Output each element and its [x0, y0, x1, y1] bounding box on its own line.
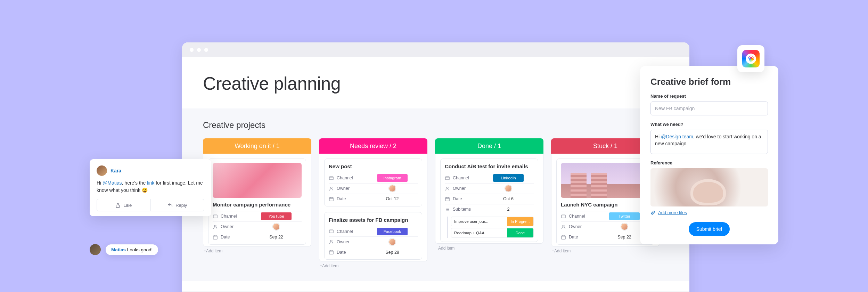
subitem-label: Roadmap + Q&A	[451, 231, 507, 235]
channel-chip[interactable]: Facebook	[377, 228, 408, 235]
add-item-button[interactable]: +Add item	[551, 246, 660, 254]
row-label: Owner	[569, 224, 582, 229]
card-row: Owner	[445, 183, 534, 194]
svg-rect-7	[329, 177, 333, 180]
column-header[interactable]: Working on it / 1	[203, 138, 311, 154]
card-row: DateSep 22	[213, 232, 302, 242]
subitem[interactable]: Roadmap + Q&ADone	[451, 228, 534, 238]
column-body: Monitor campaign performanceChannelYouTu…	[203, 154, 311, 246]
kanban-card[interactable]: Finalize assets for FB campaignChannelFa…	[324, 212, 422, 260]
card-row: ChannelLinkedIn	[445, 173, 534, 183]
svg-rect-17	[329, 251, 333, 254]
add-item-button[interactable]: +Add item	[435, 244, 543, 251]
subitem[interactable]: Improve user jour...In Progre...	[451, 217, 534, 226]
column-header[interactable]: Needs review / 2	[319, 138, 427, 154]
reference-image	[650, 168, 768, 206]
column-header[interactable]: Done / 1	[435, 138, 543, 154]
comment-link[interactable]: link	[147, 180, 154, 186]
avatar[interactable]	[505, 185, 512, 192]
card-row: Owner	[329, 236, 418, 247]
avatar	[90, 244, 101, 255]
kanban-card[interactable]: Launch NYC campaignChannelTwitterOwnerDa…	[556, 159, 654, 245]
browser-titlebar	[182, 42, 689, 57]
channel-chip[interactable]: Twitter	[609, 212, 640, 220]
card-row: ChannelTwitter	[561, 211, 650, 221]
card-row: ChannelYouTube	[213, 211, 302, 221]
reply-author[interactable]: Matias	[111, 247, 126, 252]
status-chip[interactable]: In Progre...	[507, 217, 533, 226]
avatar[interactable]	[621, 223, 628, 230]
channel-chip[interactable]: Instagram	[377, 174, 408, 182]
window-dot	[190, 48, 194, 52]
comment-author[interactable]: Kara	[110, 168, 121, 173]
section-heading: Creative projects	[203, 120, 669, 130]
card-row: Owner	[329, 183, 418, 194]
kanban-card[interactable]: Conduct A/B test for invite emailsChanne…	[440, 159, 538, 242]
like-button[interactable]: Like	[97, 199, 151, 211]
svg-rect-3	[213, 236, 217, 239]
avatar[interactable]	[389, 238, 396, 245]
channel-chip[interactable]: LinkedIn	[493, 174, 524, 182]
field-label: Reference	[650, 160, 768, 165]
add-files-link[interactable]: Add more files	[650, 210, 768, 215]
row-label: Date	[337, 196, 346, 201]
channel-icon	[445, 176, 450, 181]
row-label: Owner	[221, 224, 234, 229]
mention[interactable]: @Design team	[661, 134, 693, 139]
name-input[interactable]: New FB campaign	[650, 102, 768, 115]
thumbs-up-icon	[115, 203, 121, 208]
comment-card: Kara Hi @Matias, here's the link for fir…	[90, 159, 211, 216]
kanban-card[interactable]: Monitor campaign performanceChannelYouTu…	[208, 159, 306, 245]
channel-icon	[329, 229, 334, 234]
field-label: What we need?	[650, 122, 768, 127]
card-title: Finalize assets for FB campaign	[329, 217, 418, 224]
card-title: New post	[329, 163, 418, 170]
calendar-icon	[445, 196, 450, 202]
comment-body: Hi @Matias, here's the link for first im…	[97, 179, 204, 194]
channel-icon	[561, 214, 566, 219]
svg-rect-14	[329, 230, 333, 233]
row-label: Subitems	[453, 207, 471, 212]
submit-button[interactable]: Submit brief	[689, 222, 730, 236]
add-item-button[interactable]: +Add item	[203, 246, 311, 254]
card-title: Monitor campaign performance	[213, 201, 302, 208]
card-row: Subitems2	[445, 204, 534, 214]
card-row: Owner	[213, 221, 302, 232]
brief-form: Creative brief form Name of request New …	[640, 66, 778, 244]
card-row: ChannelFacebook	[329, 226, 418, 236]
reply-icon	[167, 203, 173, 208]
svg-rect-10	[329, 197, 333, 201]
channel-chip[interactable]: YouTube	[261, 212, 292, 220]
kanban-card[interactable]: New postChannelInstagramOwnerDateOct 12	[324, 159, 422, 206]
row-value: Oct 6	[503, 196, 514, 201]
row-label: Owner	[337, 240, 350, 244]
svg-rect-34	[562, 215, 565, 218]
card-title: Launch NYC campaign	[561, 201, 650, 208]
browser-window: Creative planning Creative projects Work…	[182, 42, 689, 292]
subitem-label: Improve user jour...	[451, 219, 507, 224]
row-value: 2	[507, 207, 510, 212]
description-input[interactable]: Hi @Design team, we'd love to start work…	[650, 130, 768, 154]
window-dot	[197, 48, 201, 52]
card-row: DateOct 12	[329, 194, 418, 204]
svg-point-2	[214, 225, 216, 227]
add-item-button[interactable]: +Add item	[319, 261, 427, 269]
mention[interactable]: @Matias	[103, 180, 122, 186]
row-label: Channel	[337, 176, 353, 180]
row-label: Owner	[337, 186, 350, 191]
avatar[interactable]	[273, 223, 280, 230]
column-body: Conduct A/B test for invite emailsChanne…	[435, 154, 543, 244]
svg-point-9	[330, 187, 332, 188]
row-label: Owner	[453, 186, 466, 191]
reply-button[interactable]: Reply	[151, 199, 204, 211]
row-label: Date	[221, 235, 230, 240]
person-icon	[445, 186, 450, 191]
svg-rect-0	[213, 215, 217, 218]
kanban-column: Working on it / 1Monitor campaign perfor…	[203, 138, 311, 269]
kanban-column: Needs review / 2New postChannelInstagram…	[319, 138, 427, 269]
card-row: DateOct 6	[445, 194, 534, 204]
status-chip[interactable]: Done	[507, 228, 533, 237]
avatar[interactable]	[389, 185, 396, 192]
row-label: Channel	[221, 214, 237, 219]
person-icon	[213, 224, 218, 229]
